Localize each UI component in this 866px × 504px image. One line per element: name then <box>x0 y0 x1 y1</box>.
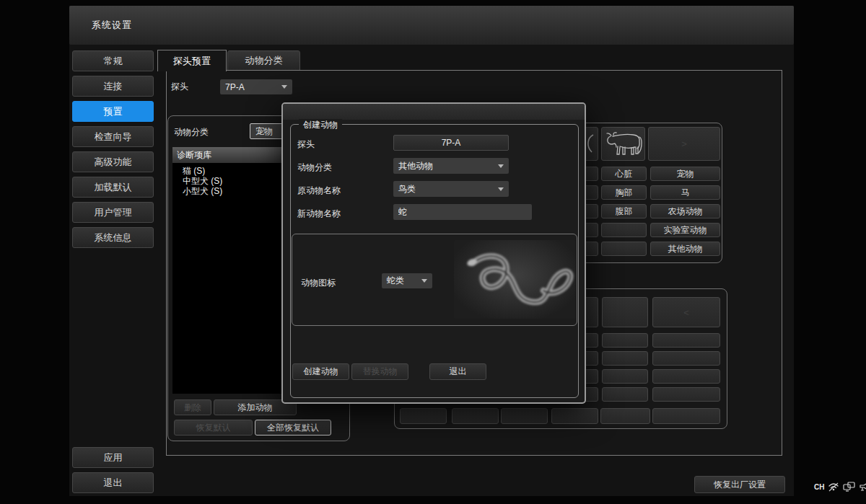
blank-icon-button[interactable] <box>602 297 648 327</box>
chevron-down-icon <box>498 164 504 168</box>
category-other-button[interactable]: 其他动物 <box>650 242 720 256</box>
dialog-title: 创建动物 <box>299 119 342 131</box>
next-animal-button[interactable]: > <box>648 127 720 161</box>
category-farm-button[interactable]: 农场动物 <box>650 204 720 218</box>
cow-icon-button[interactable] <box>601 127 645 161</box>
probe-label: 探头 <box>171 81 188 93</box>
dialog-category-label: 动物分类 <box>297 162 332 174</box>
new-animal-name-input[interactable] <box>393 204 532 220</box>
category-pets-button[interactable]: 宠物 <box>650 167 720 181</box>
prev-animal-button[interactable]: < <box>652 297 720 327</box>
restore-all-default-button[interactable]: 全部恢复默认 <box>255 420 331 436</box>
blank-slot-button[interactable] <box>652 369 720 384</box>
blank-slot-button[interactable] <box>400 408 447 424</box>
blank-slot-button[interactable] <box>602 333 648 348</box>
sidebar-item-connect[interactable]: 连接 <box>72 76 154 97</box>
page-title: 系统设置 <box>92 19 132 32</box>
sidebar-item-general[interactable]: 常规 <box>72 50 154 71</box>
wifi-icon <box>828 482 839 492</box>
sidebar-item-load-default[interactable]: 加载默认 <box>72 177 154 198</box>
blank-slot-button[interactable] <box>602 369 648 384</box>
sidebar-item-system-info[interactable]: 系统信息 <box>72 227 154 248</box>
apply-button[interactable]: 应用 <box>72 447 154 468</box>
chevron-down-icon <box>421 279 427 283</box>
dialog-titlebar[interactable] <box>283 104 585 120</box>
snake-icon <box>454 240 576 319</box>
dialog-category-value: 其他动物 <box>398 160 433 172</box>
blank-slot-button[interactable] <box>652 387 720 402</box>
sidebar-item-advanced[interactable]: 高级功能 <box>72 151 154 172</box>
next-arrow-icon: > <box>681 138 687 149</box>
replace-animal-button[interactable]: 替换动物 <box>351 363 408 380</box>
cow-icon <box>603 131 644 158</box>
blank-slot-button[interactable] <box>452 408 499 424</box>
sidebar-item-preset[interactable]: 预置 <box>72 101 154 122</box>
tab-probe-preset[interactable]: 探头预置 <box>157 50 227 71</box>
animal-icon-value: 蛇类 <box>387 275 404 287</box>
dialog-exit-button[interactable]: 退出 <box>429 363 486 380</box>
prev-arrow-icon: < <box>683 307 689 318</box>
dialog-source-label: 原动物名称 <box>297 185 341 197</box>
blank-slot-button[interactable] <box>652 333 720 348</box>
dialog-category-select[interactable]: 其他动物 <box>393 158 509 174</box>
category-horse-button[interactable]: 马 <box>650 185 720 200</box>
displays-icon <box>843 482 855 492</box>
tab-animal-category[interactable]: 动物分类 <box>227 50 300 71</box>
bodypart-abdomen-button[interactable]: 腹部 <box>601 204 647 218</box>
chevron-down-icon <box>498 187 504 191</box>
blank-slot-button[interactable] <box>551 408 598 424</box>
dialog-source-select[interactable]: 鸟类 <box>393 181 509 197</box>
create-animal-dialog: 创建动物 探头 7P-A 动物分类 其他动物 原动物名称 鸟类 新动物名称 动物… <box>281 102 586 404</box>
animal-icon-preview <box>454 240 576 319</box>
chevron-down-icon <box>281 85 287 89</box>
restore-default-button[interactable]: 恢复默认 <box>174 420 253 436</box>
factory-reset-button[interactable]: 恢复出厂设置 <box>694 476 785 493</box>
probe-select[interactable]: 7P-A <box>220 79 292 94</box>
bodypart-chest-button[interactable]: 胸部 <box>601 185 647 200</box>
animal-category-value: 宠物 <box>255 125 273 138</box>
bodypart-heart-button[interactable]: 心脏 <box>601 167 647 181</box>
language-indicator: CH <box>814 483 824 491</box>
dialog-source-value: 鸟类 <box>398 183 416 195</box>
blank-slot-button[interactable] <box>602 351 648 366</box>
window-titlebar: 系统设置 <box>69 6 794 45</box>
sidebar-item-exam-wizard[interactable]: 检查向导 <box>72 126 154 147</box>
device-icon <box>859 482 866 492</box>
dialog-probe-value: 7P-A <box>393 135 509 151</box>
blank-slot-button[interactable] <box>602 387 648 402</box>
dialog-icon-label: 动物图标 <box>301 277 336 289</box>
animal-panel-title: 动物分类 <box>174 126 209 138</box>
delete-animal-button[interactable]: 删除 <box>174 399 211 415</box>
dialog-newname-label: 新动物名称 <box>297 208 341 220</box>
status-tray: CH <box>814 482 866 492</box>
blank-slot-button[interactable] <box>600 408 650 424</box>
blank-slot-button[interactable] <box>501 408 548 424</box>
system-settings-screen: 系统设置 常规 连接 预置 检查向导 高级功能 加载默认 用户管理 系统信息 应… <box>0 0 866 504</box>
category-lab-button[interactable]: 实验室动物 <box>650 223 720 237</box>
blank-slot-button[interactable] <box>652 351 720 366</box>
dialog-probe-label: 探头 <box>297 138 315 151</box>
blank-slot-button[interactable] <box>652 408 720 424</box>
exit-button[interactable]: 退出 <box>72 472 154 493</box>
sidebar-item-user-mgmt[interactable]: 用户管理 <box>72 202 154 223</box>
probe-select-value: 7P-A <box>225 82 245 92</box>
animal-icon-select[interactable]: 蛇类 <box>382 273 432 288</box>
create-animal-button[interactable]: 创建动物 <box>292 363 349 380</box>
blank-slot-button[interactable] <box>601 242 647 256</box>
blank-slot-button[interactable] <box>601 223 647 237</box>
